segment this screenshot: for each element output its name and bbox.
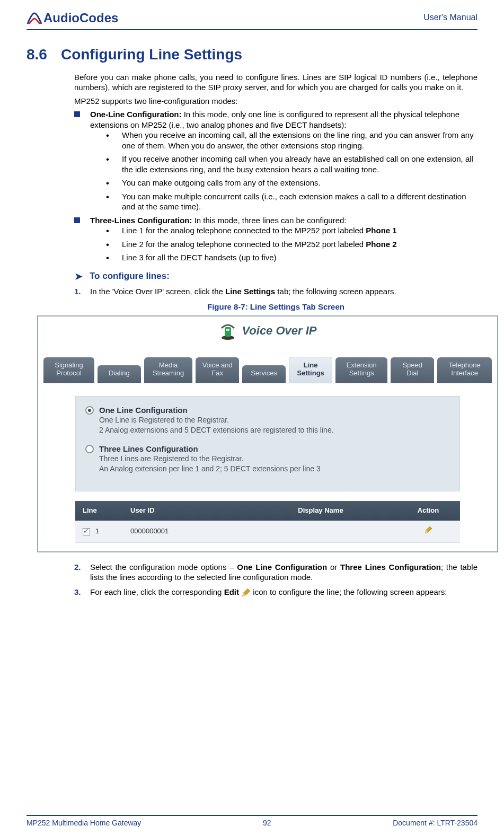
- line-enabled-checkbox[interactable]: [83, 528, 90, 535]
- chevron-right-icon: ➤: [74, 271, 83, 282]
- tab-line-settings[interactable]: Line Settings: [289, 357, 332, 383]
- radio-icon[interactable]: [85, 406, 94, 415]
- page-footer: MP252 Multimedia Home Gateway 92 Documen…: [26, 815, 478, 828]
- tab-services[interactable]: Services: [242, 365, 286, 383]
- mode-three-bullet: Line 1 for the analog telephone connecte…: [106, 225, 478, 236]
- footer-doc-number: Document #: LTRT-23504: [393, 818, 478, 828]
- section-title: Configuring Line Settings: [61, 45, 242, 64]
- page-header: AudioCodes User's Manual: [26, 10, 478, 30]
- col-header-line: Line: [75, 501, 123, 521]
- header-doc-title: User's Manual: [423, 12, 478, 23]
- col-header-display-name: Display Name: [245, 501, 396, 521]
- col-header-user-id: User ID: [123, 501, 245, 521]
- mode-three-desc: In this mode, three lines can be configu…: [192, 216, 347, 225]
- cell-user-id: 0000000001: [123, 522, 245, 541]
- table-header: Line User ID Display Name Action: [75, 501, 460, 521]
- mode-one-title: One-Line Configuration:: [90, 110, 181, 119]
- tab-telephone-interface[interactable]: Telephone Interface: [437, 357, 492, 383]
- radio-icon[interactable]: [85, 445, 94, 453]
- section-number: 8.6: [26, 45, 47, 64]
- cell-display-name: [245, 526, 396, 537]
- footer-page-number: 92: [263, 818, 271, 828]
- radio-one-line-desc: One Line is Registered to the Registrar.…: [99, 415, 334, 435]
- tab-row: Signaling Protocol Dialing Media Streami…: [38, 357, 497, 383]
- svg-rect-3: [226, 329, 229, 331]
- mode-one-bullet: If you receive another incoming call whe…: [106, 154, 478, 174]
- mode-three-bullet: Line 2 for the analog telephone connecte…: [106, 239, 478, 250]
- edit-icon[interactable]: [424, 526, 432, 534]
- pencil-icon: [241, 588, 251, 597]
- brand-name: AudioCodes: [43, 10, 118, 26]
- step-2: Select the configuration mode options – …: [74, 562, 478, 583]
- mode-one-bullet: You can make outgoing calls from any of …: [106, 178, 478, 188]
- tab-dialing[interactable]: Dialing: [98, 365, 141, 383]
- step-1: In the 'Voice Over IP' screen, click the…: [74, 286, 478, 297]
- logo-icon: [26, 11, 42, 25]
- mode-one-bullet: When you receive an incoming call, all t…: [106, 130, 478, 151]
- lines-table: Line User ID Display Name Action 1 00000…: [75, 501, 460, 543]
- step-3: For each line, click the corresponding E…: [74, 587, 478, 597]
- mode-one-line: One-Line Configuration: In this mode, on…: [74, 109, 478, 212]
- config-mode-panel: One Line Configuration One Line is Regis…: [75, 396, 460, 492]
- mode-one-bullet: You can make multiple concurrent calls (…: [106, 191, 478, 212]
- line-settings-screenshot: Voice Over IP Signaling Protocol Dialing…: [37, 315, 498, 552]
- mode-three-lines: Three-Lines Configuration: In this mode,…: [74, 215, 478, 263]
- tab-extension-settings[interactable]: Extension Settings: [335, 357, 387, 383]
- radio-three-lines-label: Three Lines Configuration: [99, 444, 321, 454]
- line-number: 1: [95, 527, 99, 535]
- phone-icon: [218, 322, 237, 341]
- tab-speed-dial[interactable]: Speed Dial: [391, 357, 434, 383]
- radio-one-line[interactable]: One Line Configuration One Line is Regis…: [85, 405, 450, 435]
- col-header-action: Action: [396, 501, 460, 521]
- mode-three-title: Three-Lines Configuration:: [90, 216, 192, 225]
- radio-three-lines[interactable]: Three Lines Configuration Three Lines ar…: [85, 444, 450, 474]
- intro-paragraph-2: MP252 supports two line-configuration mo…: [74, 96, 478, 107]
- radio-three-lines-desc: Three Lines are Registered to the Regist…: [99, 454, 321, 474]
- table-row: 1 0000000001: [75, 521, 460, 543]
- procedure-title: To configure lines:: [90, 270, 170, 282]
- section-heading: 8.6 Configuring Line Settings: [26, 45, 478, 64]
- mode-three-bullet: Line 3 for all the DECT handsets (up to …: [106, 252, 478, 263]
- tab-voice-and-fax[interactable]: Voice and Fax: [196, 357, 239, 383]
- screenshot-title-text: Voice Over IP: [242, 323, 316, 339]
- footer-left: MP252 Multimedia Home Gateway: [26, 818, 141, 828]
- screenshot-title: Voice Over IP: [38, 317, 497, 357]
- brand-logo: AudioCodes: [26, 10, 118, 26]
- intro-paragraph-1: Before you can make phone calls, you nee…: [74, 72, 478, 93]
- radio-one-line-label: One Line Configuration: [99, 405, 334, 416]
- figure-caption: Figure 8-7: Line Settings Tab Screen: [74, 302, 478, 312]
- procedure-heading: ➤ To configure lines:: [74, 270, 478, 282]
- tab-signaling-protocol[interactable]: Signaling Protocol: [43, 357, 94, 383]
- svg-rect-2: [225, 327, 231, 337]
- tab-media-streaming[interactable]: Media Streaming: [144, 357, 192, 383]
